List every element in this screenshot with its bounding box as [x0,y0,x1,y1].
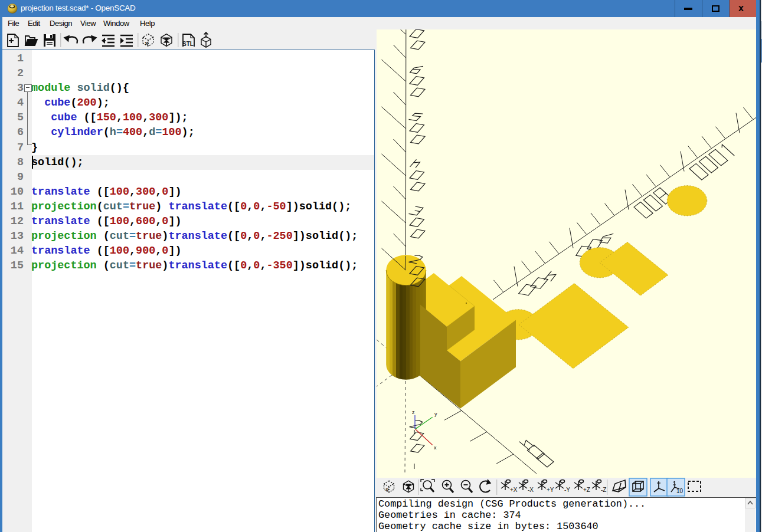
svg-text:»: » [385,485,389,492]
svg-text:-X: -X [528,487,534,493]
svg-text:+X: +X [510,487,518,493]
svg-text:y: y [434,411,437,417]
svg-text:STL: STL [182,41,194,47]
svg-text:»: » [145,38,149,47]
svg-text:+Y: +Y [547,487,554,493]
svg-text:z: z [412,409,415,415]
svg-text:x: x [434,445,437,451]
svg-text:-Y: -Y [564,487,570,493]
svg-text:+Z: +Z [583,487,590,493]
svg-text:-Z: -Z [601,487,606,493]
svg-text:10: 10 [676,488,683,494]
